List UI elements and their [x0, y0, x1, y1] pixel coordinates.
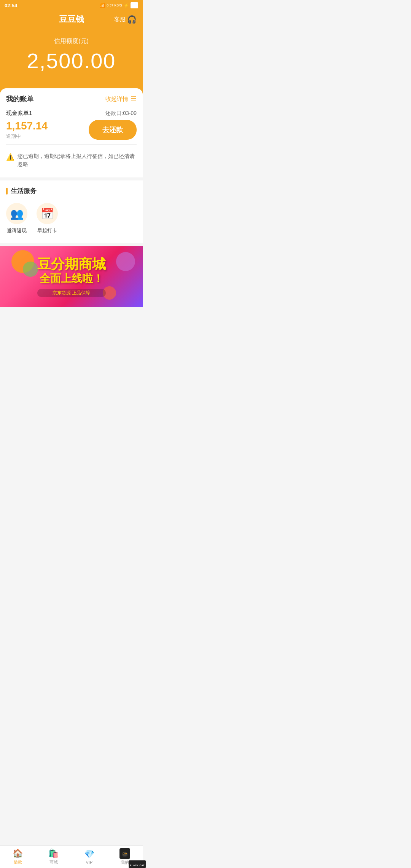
bill-row: 现金账单1 还款日:03-09 [6, 110, 137, 117]
warning-icon: ⚠️ [6, 153, 14, 161]
app-title: 豆豆钱 [29, 14, 114, 25]
life-services-section: 生活服务 👥 邀请返现 📅 早起打卡 [0, 180, 143, 243]
bill-amount-block: 1,157.14 逾期中 [6, 120, 48, 140]
service-item-invite[interactable]: 👥 邀请返现 [6, 203, 27, 234]
banner-title-sub: 全面上线啦！ [37, 271, 106, 286]
credit-amount: 2,500.00 [6, 48, 137, 73]
bill-name: 现金账单1 [6, 110, 32, 117]
invite-icon: 👥 [6, 203, 27, 224]
banner-subtitle: 京东货源 正品保障 [37, 289, 106, 297]
overdue-label: 逾期中 [6, 133, 48, 140]
banner-decoration-3 [116, 252, 135, 271]
section-bar [6, 188, 8, 195]
section-title-text: 生活服务 [11, 187, 37, 195]
customer-service-label: 客服 [114, 16, 126, 23]
checkin-label: 早起打卡 [37, 227, 57, 234]
account-header: 我的账单 收起详情 ☰ [6, 94, 137, 104]
speed-indicator: 0.37 KB/S [107, 3, 122, 7]
banner-decoration-2 [23, 262, 38, 277]
credit-label: 信用额度(元) [6, 37, 137, 45]
warning-message: ⚠️ 您已逾期，逾期记录将上报人行征信，如已还清请忽略 [6, 149, 137, 171]
battery-level: 51 [131, 2, 138, 8]
status-bar: 02:54 📶 0.37 KB/S ⚡ 51 [0, 0, 143, 11]
headset-icon: 🎧 [127, 15, 137, 24]
bill-item: 现金账单1 还款日:03-09 1,157.14 逾期中 去还款 [6, 110, 137, 145]
menu-icon: ☰ [131, 95, 137, 103]
collapse-label: 收起详情 [105, 96, 128, 103]
invite-label: 邀请返现 [7, 227, 27, 234]
checkin-icon: 📅 [37, 203, 58, 224]
warning-text: 您已逾期，逾期记录将上报人行征信，如已还清请忽略 [18, 152, 137, 168]
status-time: 02:54 [5, 3, 17, 8]
banner-content: 豆分期商城 全面上线啦！ 京东货源 正品保障 [37, 257, 106, 297]
bill-amount: 1,157.14 [6, 120, 48, 132]
account-section: 我的账单 收起详情 ☰ 现金账单1 还款日:03-09 1,157.14 逾期中… [0, 88, 143, 177]
customer-service-button[interactable]: 客服 🎧 [114, 15, 137, 24]
bluetooth-icon: ⚡ [124, 3, 129, 8]
bill-amount-row: 1,157.14 逾期中 去还款 [6, 120, 137, 140]
status-icons: 📶 0.37 KB/S ⚡ 51 [100, 2, 138, 8]
app-header: 豆豆钱 客服 🎧 [0, 11, 143, 30]
bill-due-date: 还款日:03-09 [105, 110, 137, 117]
promotion-banner[interactable]: 豆分期商城 全面上线啦！ 京东货源 正品保障 [0, 246, 143, 307]
network-icon: 📶 [100, 3, 105, 8]
credit-section: 信用额度(元) 2,500.00 [0, 30, 143, 96]
section-title: 生活服务 [6, 187, 137, 195]
service-item-checkin[interactable]: 📅 早起打卡 [37, 203, 58, 234]
banner-title-main: 豆分期商城 [37, 257, 106, 272]
collapse-detail-button[interactable]: 收起详情 ☰ [105, 95, 137, 103]
services-grid: 👥 邀请返现 📅 早起打卡 [6, 203, 137, 237]
pay-button[interactable]: 去还款 [89, 120, 137, 140]
account-title: 我的账单 [6, 94, 33, 104]
